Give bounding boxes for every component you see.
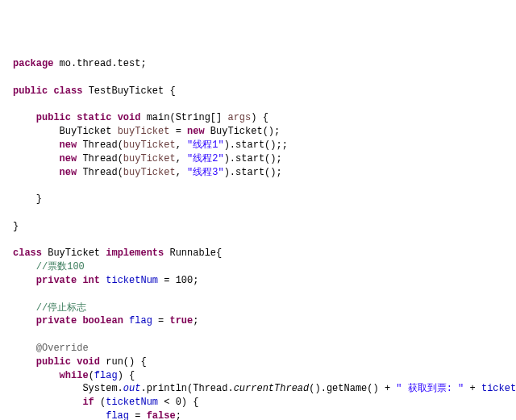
code-line: @Override (13, 342, 516, 356)
token-str: "线程3" (187, 167, 224, 178)
code-line (13, 206, 516, 220)
token-field: ticketNum (481, 383, 516, 394)
code-line: package mo.thread.test; (13, 57, 516, 71)
token-kw: private int (36, 275, 106, 286)
token-field: flag (106, 410, 129, 420)
token-comment: //票数100 (36, 261, 85, 272)
code-line: while(flag) { (13, 369, 516, 383)
token-pkg: mo.thread.test; (60, 58, 147, 69)
token-param: buyTicket (118, 126, 170, 137)
token-kw: new (60, 167, 83, 178)
code-line: new Thread(buyTicket, "线程2").start(); (13, 152, 516, 166)
token-static-field: out (123, 383, 141, 394)
token-field: ticketNum (106, 275, 158, 286)
token-kw: false (147, 410, 176, 420)
code-line: //票数100 (13, 260, 516, 274)
token-param: buyTicket (123, 139, 176, 151)
token-field: flag (94, 370, 118, 381)
token-kw: public void (36, 356, 106, 368)
token-kw: new (60, 153, 83, 164)
token-param: buyTicket (123, 153, 176, 164)
token-kw: new (187, 126, 210, 137)
token-kw: class (13, 247, 48, 259)
code-line: private int ticketNum = 100; (13, 274, 516, 288)
token-comment: //停止标志 (36, 302, 86, 314)
code-line: class BuyTicket implements Runnable{ (13, 247, 516, 260)
token-ann: @Override (36, 343, 89, 354)
token-field: ticketNum (106, 397, 158, 408)
code-line: //停止标志 (13, 301, 516, 315)
token-str: "线程1" (187, 139, 224, 151)
code-line: } (13, 220, 516, 234)
code-line: flag = false; (13, 410, 516, 420)
token-str: "线程2" (187, 153, 224, 164)
token-kw: new (60, 139, 83, 151)
code-line (13, 328, 516, 342)
token-kw: private boolean (36, 315, 129, 326)
code-line: public static void main(String[] args) { (13, 111, 516, 125)
code-line (13, 179, 516, 193)
token-kw: while (60, 370, 89, 381)
code-line: new Thread(buyTicket, "线程1").start();; (13, 139, 516, 152)
token-kw: if (82, 397, 100, 408)
token-kw: true (169, 315, 193, 326)
code-line (13, 98, 516, 112)
code-editor: package mo.thread.test; public class Tes… (0, 54, 516, 420)
code-line: System.out.println(Thread.currentThread(… (13, 382, 516, 396)
code-line (13, 234, 516, 247)
code-line: private boolean flag = true; (13, 314, 516, 328)
token-kw: implements (106, 247, 169, 259)
code-line: if (ticketNum < 0) { (13, 396, 516, 410)
token-kw: public class (13, 85, 89, 97)
code-line: BuyTicket buyTicket = new BuyTicket(); (13, 125, 516, 139)
token-str: " 获取到票: " (396, 383, 464, 394)
token-kw: package (13, 58, 60, 69)
code-line: public void run() { (13, 356, 516, 369)
code-line: public class TestBuyTicket { (13, 85, 516, 98)
token-field: flag (129, 315, 152, 326)
code-line: new Thread(buyTicket, "线程3").start(); (13, 166, 516, 180)
code-line (13, 71, 516, 85)
code-line (13, 288, 516, 301)
code-line: } (13, 193, 516, 206)
token-kw: public static void (36, 112, 147, 123)
token-static-method: currentThread (234, 383, 310, 394)
token-param: buyTicket (123, 167, 176, 178)
token-param: args (227, 112, 251, 123)
